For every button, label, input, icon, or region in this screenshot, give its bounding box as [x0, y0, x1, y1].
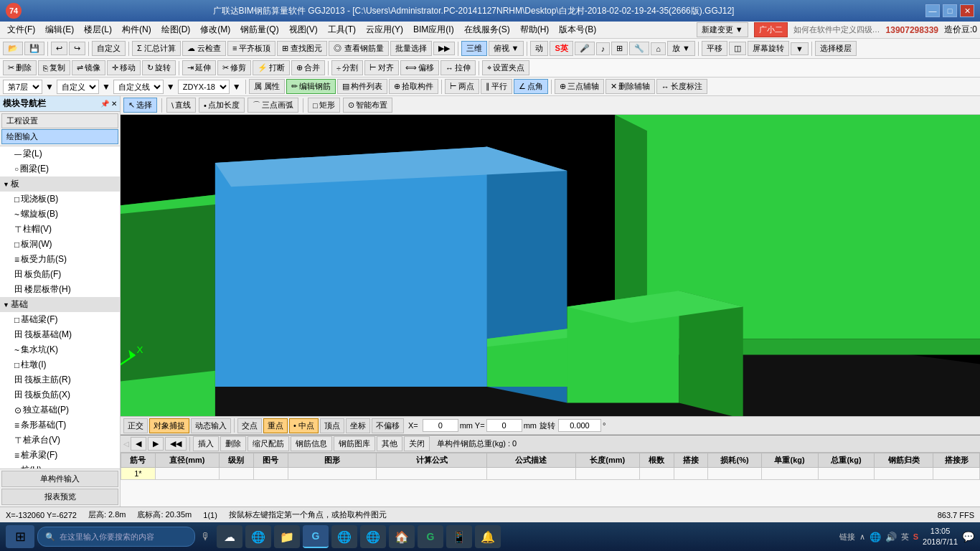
- tb-rectangle[interactable]: □ 矩形: [308, 98, 340, 113]
- tree-item-foundation-beam[interactable]: □基础梁(F): [11, 312, 120, 327]
- tray-ime[interactable]: 英: [901, 532, 909, 542]
- tb-align[interactable]: ⊢ 对齐: [364, 60, 399, 75]
- taskbar-icon-4[interactable]: G: [303, 525, 329, 548]
- tray-network[interactable]: 🌐: [870, 532, 881, 542]
- tb-angle[interactable]: ∠ 点角: [514, 79, 548, 94]
- start-button[interactable]: ⊞: [6, 525, 34, 548]
- tb-split[interactable]: ◫: [729, 42, 746, 55]
- rebar-prev2[interactable]: ◀◀: [165, 437, 187, 451]
- logo-btn[interactable]: 广小二: [754, 22, 788, 37]
- tb-view-rebar[interactable]: ◎ 查看钢筋量: [329, 41, 388, 56]
- new-change-btn[interactable]: 新建变更 ▼: [697, 22, 748, 37]
- menu-modify[interactable]: 修改(M): [196, 22, 235, 37]
- tray-connect[interactable]: 链接: [839, 532, 855, 542]
- single-part-input-btn[interactable]: 单构件输入: [1, 471, 118, 487]
- taskbar-icon-10[interactable]: 🔔: [475, 525, 501, 548]
- tree-item-pile-beam[interactable]: ≡桩承梁(F): [11, 448, 120, 463]
- menu-rebar-qty[interactable]: 钢筋量(Q): [236, 22, 283, 37]
- tb-more1[interactable]: ▶▶: [433, 42, 455, 55]
- rebar-insert[interactable]: 插入: [193, 436, 219, 451]
- tree-item-slab-rebar[interactable]: ≡板受力筋(S): [11, 252, 120, 267]
- tree-item-pile[interactable]: ○桩(U): [11, 463, 120, 468]
- menu-draw[interactable]: 绘图(D): [157, 22, 195, 37]
- tb-define[interactable]: 自定义: [92, 41, 126, 56]
- tb-set-support[interactable]: ⌖ 设置夹点: [482, 60, 529, 75]
- tb-select[interactable]: ↖ 选择: [123, 98, 157, 113]
- snap-center[interactable]: • 中点: [289, 418, 319, 433]
- rebar-prev[interactable]: ◀: [131, 437, 146, 451]
- snap-dynamic[interactable]: 动态输入: [191, 418, 231, 433]
- tb-grid2[interactable]: ⊞: [611, 42, 628, 55]
- tb-pan[interactable]: 平移: [702, 41, 727, 56]
- rebar-table-container[interactable]: 筋号 直径(mm) 级别 图号 图形 计算公式 公式描述 长度(mm) 根数 搭…: [121, 453, 980, 507]
- tree-item-neg-rebar[interactable]: 田板负筋(F): [11, 267, 120, 282]
- mic-btn[interactable]: 🎙: [198, 528, 214, 545]
- tb-line[interactable]: \ 直线: [166, 98, 196, 113]
- sidebar-engineering-settings[interactable]: 工程设置: [1, 113, 118, 128]
- sidebar-draw-input[interactable]: 绘图输入: [1, 129, 118, 144]
- tb-top-view[interactable]: 俯视 ▼: [489, 41, 524, 56]
- tb-tools2[interactable]: 🔧: [629, 42, 649, 55]
- tb-break[interactable]: ⚡ 打断: [253, 60, 290, 75]
- tb-copy[interactable]: ⎘ 复制: [38, 60, 70, 75]
- custom-line-select[interactable]: 自定义线: [113, 80, 164, 94]
- snap-endpoint[interactable]: 顶点: [320, 418, 344, 433]
- taskbar-icon-5[interactable]: 🌐: [331, 525, 357, 548]
- taskbar-icon-2[interactable]: 🌐: [245, 525, 271, 548]
- cell-dia[interactable]: [155, 468, 219, 480]
- tb-offset[interactable]: ⟺ 偏移: [400, 60, 439, 75]
- tree-item-raft-main-rebar[interactable]: 田筏板主筋(R): [11, 372, 120, 387]
- tb-smart-layout[interactable]: ⊙ 智能布置: [343, 98, 392, 113]
- tb-two-points[interactable]: ⊢ 两点: [445, 79, 479, 94]
- tree-item-strip-foundation[interactable]: ≡条形基础(T): [11, 418, 120, 433]
- tb-stretch[interactable]: ↔ 拉伸: [440, 60, 476, 75]
- minimize-button[interactable]: —: [925, 4, 940, 17]
- tree-item-beam[interactable]: —梁(L): [0, 146, 120, 161]
- tb-mirror[interactable]: ⇌ 镜像: [72, 60, 105, 75]
- tb-3d[interactable]: 三维: [461, 41, 487, 56]
- rebar-close[interactable]: 关闭: [404, 436, 430, 451]
- menu-bim[interactable]: BIM应用(I): [409, 22, 458, 37]
- tree-group-foundation[interactable]: ▼基础: [0, 297, 120, 312]
- tb-select-floor[interactable]: 选择楼层: [815, 41, 857, 56]
- snap-ortho[interactable]: 正交: [123, 418, 148, 433]
- tb-home[interactable]: ⌂: [651, 42, 666, 55]
- rebar-library[interactable]: 钢筋图库: [334, 436, 375, 451]
- tb-rotate[interactable]: ↻ 旋转: [142, 60, 176, 75]
- menu-edit[interactable]: 编辑(E): [41, 22, 78, 37]
- tree-item-slab-hole[interactable]: □板洞(W): [11, 237, 120, 252]
- tb-properties[interactable]: 属 属性: [249, 79, 285, 94]
- tray-volume[interactable]: 🔊: [885, 532, 897, 542]
- tree-item-raft-neg-rebar[interactable]: 田筏板负筋(X): [11, 387, 120, 402]
- tb-redo[interactable]: ↪: [69, 42, 85, 55]
- tb-save[interactable]: 💾: [24, 42, 44, 55]
- tb-merge[interactable]: ⊕ 合并: [291, 60, 325, 75]
- custom-select[interactable]: 自定义: [57, 80, 99, 94]
- tb-align-top[interactable]: ≡ 平齐板顶: [227, 41, 275, 56]
- tb-del-axis[interactable]: ✕ 删除辅轴: [606, 79, 655, 94]
- taskbar-icon-9[interactable]: 📱: [446, 525, 472, 548]
- tree-group-slab[interactable]: ▼板: [0, 176, 120, 192]
- rebar-info[interactable]: 钢筋信息: [291, 436, 332, 451]
- tb-trim[interactable]: ✂ 修剪: [217, 60, 251, 75]
- tree-item-pile-cap[interactable]: ⊤桩承台(V): [11, 433, 120, 448]
- menu-cloud[interactable]: 云应用(Y): [362, 22, 407, 37]
- clock-display[interactable]: 13:05 2018/7/11: [923, 526, 958, 548]
- tb-mic[interactable]: 🎤: [575, 42, 595, 55]
- tree-item-floor-band[interactable]: 田楼层板带(H): [11, 282, 120, 297]
- tb-extend[interactable]: ⇥ 延伸: [182, 60, 216, 75]
- tb-undo[interactable]: ↩: [51, 42, 67, 55]
- notification-btn[interactable]: 💬: [962, 531, 974, 542]
- rebar-other[interactable]: 其他: [377, 436, 402, 451]
- tree-item-spiral-slab[interactable]: ~螺旋板(B): [11, 207, 120, 222]
- menu-online[interactable]: 在线服务(S): [460, 22, 514, 37]
- taskbar-icon-7[interactable]: 🏠: [389, 525, 415, 548]
- menu-floor[interactable]: 楼层(L): [80, 22, 116, 37]
- tb-delete[interactable]: ✂ 删除: [3, 60, 37, 75]
- tb-screen-rotate[interactable]: 屏幕旋转: [748, 41, 789, 56]
- snap-coordinate[interactable]: 坐标: [346, 418, 370, 433]
- tree-item-col-cap[interactable]: ⊤柱帽(V): [11, 222, 120, 237]
- tb-note[interactable]: ♪: [596, 42, 611, 55]
- snap-object[interactable]: 对象捕捉: [149, 418, 189, 433]
- tb-more2[interactable]: ▼: [791, 42, 809, 55]
